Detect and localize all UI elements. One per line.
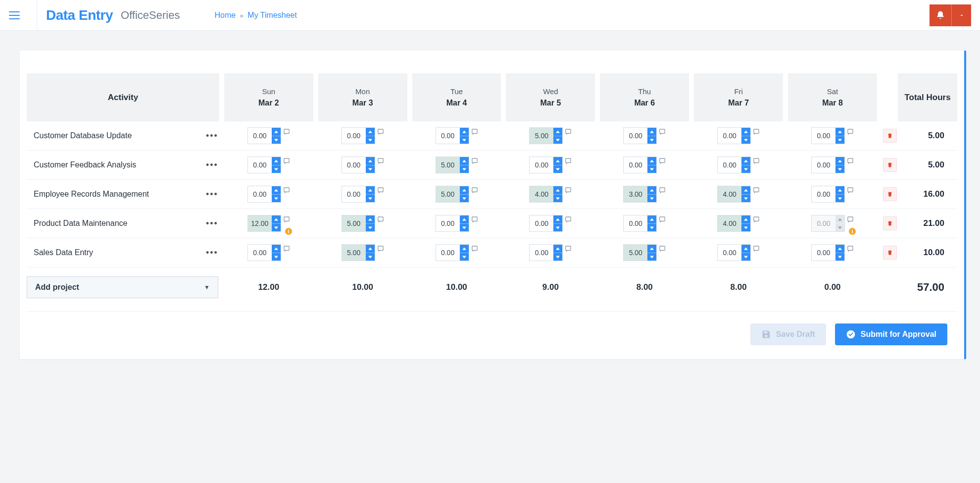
delete-row-button[interactable] xyxy=(883,246,897,260)
stepper-down[interactable] xyxy=(553,136,562,144)
note-icon[interactable] xyxy=(377,245,384,252)
stepper-down[interactable] xyxy=(366,194,375,202)
stepper-down[interactable] xyxy=(460,253,469,261)
stepper-down[interactable] xyxy=(460,194,469,202)
stepper-down[interactable] xyxy=(366,165,375,173)
stepper-down[interactable] xyxy=(647,253,656,261)
note-icon[interactable] xyxy=(753,245,760,252)
stepper-down[interactable] xyxy=(272,253,281,261)
time-input[interactable]: 0.00 xyxy=(717,127,751,144)
time-input[interactable]: 0.00 xyxy=(436,215,469,232)
note-icon[interactable] xyxy=(565,128,572,135)
note-icon[interactable] xyxy=(753,216,760,223)
stepper-down[interactable] xyxy=(366,253,375,261)
note-icon[interactable] xyxy=(753,187,760,194)
delete-row-button[interactable] xyxy=(883,158,897,172)
stepper-up[interactable] xyxy=(272,128,281,136)
note-icon[interactable] xyxy=(471,158,478,164)
time-input[interactable]: 0.00 xyxy=(811,157,845,173)
stepper-up[interactable] xyxy=(272,157,281,165)
note-icon[interactable] xyxy=(377,158,384,164)
time-input[interactable]: 3.00 xyxy=(623,186,657,203)
stepper-up[interactable] xyxy=(460,245,469,253)
time-input[interactable]: 0.00 xyxy=(247,244,281,261)
stepper-down[interactable] xyxy=(647,136,656,144)
note-icon[interactable] xyxy=(283,245,290,252)
stepper-down[interactable] xyxy=(647,223,656,231)
stepper-up[interactable] xyxy=(460,157,469,165)
stepper-up[interactable] xyxy=(835,245,844,253)
stepper-up[interactable] xyxy=(835,157,844,165)
stepper-down[interactable] xyxy=(741,223,750,231)
notification-bell-button[interactable] xyxy=(930,4,951,26)
stepper-up[interactable] xyxy=(741,186,750,194)
note-icon[interactable] xyxy=(565,216,572,223)
stepper-down[interactable] xyxy=(460,223,469,231)
stepper-down[interactable] xyxy=(835,253,844,261)
note-icon[interactable] xyxy=(847,187,854,194)
stepper-up[interactable] xyxy=(647,157,656,165)
time-input[interactable]: 0.00 xyxy=(717,157,751,173)
stepper-up[interactable] xyxy=(366,215,375,223)
time-input[interactable]: 0.00 xyxy=(342,127,375,144)
stepper-down[interactable] xyxy=(741,253,750,261)
time-input[interactable]: 0.00 xyxy=(811,186,845,203)
time-input[interactable]: 0.00 xyxy=(247,127,281,144)
breadcrumb-current[interactable]: My Timesheet xyxy=(247,11,297,19)
row-menu-button[interactable]: ••• xyxy=(205,238,219,268)
stepper-up[interactable] xyxy=(835,186,844,194)
stepper-down[interactable] xyxy=(272,165,281,173)
time-input[interactable]: 0.00 xyxy=(623,215,657,232)
stepper-up[interactable] xyxy=(835,128,844,136)
delete-row-button[interactable] xyxy=(883,216,897,230)
row-menu-button[interactable]: ••• xyxy=(205,209,219,238)
stepper-up[interactable] xyxy=(272,215,281,223)
note-icon[interactable] xyxy=(753,128,760,135)
time-input[interactable]: 0.00 xyxy=(623,157,657,173)
time-input[interactable]: 0.00 xyxy=(717,244,751,261)
breadcrumb-home[interactable]: Home xyxy=(214,11,236,19)
note-icon[interactable] xyxy=(471,187,478,194)
save-draft-button[interactable]: Save Draft xyxy=(750,323,826,345)
stepper-down[interactable] xyxy=(741,136,750,144)
delete-row-button[interactable] xyxy=(883,129,897,143)
note-icon[interactable] xyxy=(283,158,290,164)
stepper-up[interactable] xyxy=(366,245,375,253)
time-input[interactable]: 0.00 xyxy=(529,244,563,261)
stepper-up[interactable] xyxy=(460,186,469,194)
note-icon[interactable] xyxy=(377,216,384,223)
time-input[interactable]: 5.00 xyxy=(436,186,469,203)
time-input[interactable]: 0.00 xyxy=(436,127,469,144)
stepper-up[interactable] xyxy=(741,245,750,253)
note-icon[interactable] xyxy=(283,187,290,194)
add-project-dropdown[interactable]: Add project▼ xyxy=(27,276,218,298)
stepper-up[interactable] xyxy=(647,186,656,194)
stepper-down[interactable] xyxy=(366,136,375,144)
note-icon[interactable] xyxy=(659,158,666,164)
time-input[interactable]: 0.00 xyxy=(623,127,657,144)
note-icon[interactable] xyxy=(565,158,572,164)
note-icon[interactable] xyxy=(283,216,290,223)
stepper-up[interactable] xyxy=(647,215,656,223)
stepper-up[interactable] xyxy=(460,128,469,136)
stepper-down[interactable] xyxy=(272,136,281,144)
time-input[interactable]: 5.00 xyxy=(342,215,375,232)
note-icon[interactable] xyxy=(847,245,854,252)
stepper-up[interactable] xyxy=(460,215,469,223)
note-icon[interactable] xyxy=(659,187,666,194)
time-input[interactable]: 0.00 xyxy=(436,244,469,261)
stepper-down[interactable] xyxy=(741,194,750,202)
stepper-up[interactable] xyxy=(272,245,281,253)
time-input[interactable]: 4.00 xyxy=(717,215,751,232)
stepper-up[interactable] xyxy=(553,157,562,165)
stepper-down[interactable] xyxy=(647,194,656,202)
note-icon[interactable] xyxy=(659,245,666,252)
note-icon[interactable] xyxy=(471,216,478,223)
time-input[interactable]: 0.00 xyxy=(342,157,375,173)
stepper-down[interactable] xyxy=(460,136,469,144)
time-input[interactable]: 0.00 xyxy=(529,215,563,232)
stepper-up[interactable] xyxy=(741,128,750,136)
stepper-down[interactable] xyxy=(553,253,562,261)
stepper-up[interactable] xyxy=(366,128,375,136)
stepper-down[interactable] xyxy=(553,223,562,231)
